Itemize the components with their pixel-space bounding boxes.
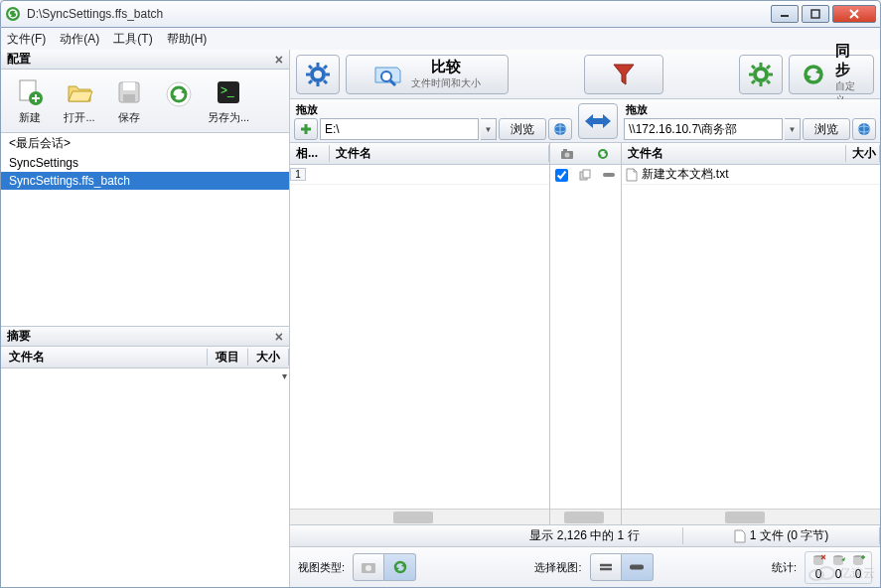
col-name-left[interactable]: 文件名	[330, 145, 549, 162]
saveas-label: 另存为...	[208, 110, 249, 125]
bottom-bar: 视图类型: 选择视图: 统计: 0 0 0	[290, 547, 880, 587]
right-grid-body[interactable]: 新建文本文档.txt	[622, 165, 881, 509]
left-grid-body[interactable]: 1	[290, 165, 549, 509]
sync-button[interactable]: 同步 自定义	[789, 55, 874, 94]
camera-icon[interactable]	[560, 148, 574, 160]
main-toolbar: 比较 文件时间和大小 同步 自定义	[290, 50, 880, 99]
left-row[interactable]: 1	[290, 165, 549, 185]
selectview-equal-button[interactable]	[590, 553, 622, 581]
menu-action[interactable]: 动作(A)	[60, 31, 99, 48]
right-scrollbar[interactable]	[622, 509, 881, 524]
gear-blue-icon	[304, 61, 332, 88]
config-item-syncsettings[interactable]: SyncSettings	[1, 154, 289, 172]
left-panel: 配置 × 新建 打开... 保存 >_ 另存为...	[1, 50, 290, 587]
right-path-dropdown[interactable]: ▼	[785, 118, 801, 140]
left-cloud-button[interactable]	[548, 118, 572, 140]
compare-button[interactable]: 比较 文件时间和大小	[346, 55, 509, 94]
row-checkbox[interactable]	[555, 169, 568, 182]
path-row: 拖放 ▼ 浏览 拖放 ▼ 浏览	[290, 99, 880, 143]
filter-button[interactable]	[584, 55, 663, 94]
stat-update: 0	[831, 554, 845, 581]
config-toolbar: 新建 打开... 保存 >_ 另存为...	[1, 70, 289, 133]
add-pair-button[interactable]	[294, 118, 318, 140]
mid-header	[550, 143, 621, 165]
right-panel: 比较 文件时间和大小 同步 自定义 拖放	[290, 50, 880, 587]
svg-rect-53	[630, 565, 644, 570]
svg-rect-2	[811, 10, 819, 18]
new-label: 新建	[19, 110, 41, 125]
svg-line-34	[752, 80, 755, 83]
svg-line-33	[767, 66, 770, 69]
selectview-diff-button[interactable]	[622, 553, 654, 581]
right-cloud-button[interactable]	[852, 118, 876, 140]
summary-col-name[interactable]: 文件名	[1, 349, 208, 366]
status-center: 显示 2,126 中的 1 行	[487, 527, 683, 544]
menu-file[interactable]: 文件(F)	[7, 31, 46, 48]
menu-help[interactable]: 帮助(H)	[167, 31, 208, 48]
right-grid-header: 文件名 大小	[622, 143, 881, 165]
config-item-last[interactable]: <最后会话>	[1, 133, 289, 154]
save-button[interactable]: 保存	[106, 73, 152, 130]
summary-dropdown-icon[interactable]: ▾	[282, 370, 287, 381]
stats-group: 0 0 0	[805, 551, 872, 584]
saveas-sync-button[interactable]	[156, 73, 202, 130]
minimize-button[interactable]	[771, 5, 799, 23]
svg-rect-11	[123, 94, 135, 102]
gear-green-icon	[747, 61, 775, 88]
config-item-batch[interactable]: SyncSettings.ffs_batch	[1, 172, 289, 190]
compare-settings-button[interactable]	[296, 55, 340, 94]
svg-rect-47	[583, 170, 590, 178]
svg-line-23	[309, 80, 312, 83]
left-path-panel: 拖放 ▼ 浏览	[290, 99, 576, 142]
file-icon	[626, 168, 638, 182]
summary-col-items[interactable]: 项目	[208, 349, 248, 366]
equal-icon	[599, 562, 613, 572]
config-list[interactable]: <最后会话> SyncSettings SyncSettings.ffs_bat…	[1, 133, 289, 326]
sync-label: 同步	[835, 42, 863, 79]
config-title: 配置	[7, 51, 31, 68]
magnifier-icon	[373, 62, 403, 87]
status-right: 1 文件 (0 字节)	[683, 527, 880, 544]
right-row[interactable]: 新建文本文档.txt	[622, 165, 881, 185]
right-browse-button[interactable]: 浏览	[803, 118, 850, 140]
left-scrollbar[interactable]	[290, 509, 549, 524]
title-bar: D:\SyncSettings.ffs_batch	[0, 0, 881, 28]
refresh-mid-icon[interactable]	[596, 147, 610, 161]
viewtype-action-button[interactable]	[384, 553, 416, 581]
svg-line-32	[767, 80, 770, 83]
grid-row: 相... 文件名 1	[290, 143, 880, 525]
selectview-toggle	[590, 553, 654, 581]
menu-tools[interactable]: 工具(T)	[113, 31, 152, 48]
new-button[interactable]: 新建	[7, 73, 53, 130]
summary-close-icon[interactable]: ×	[275, 329, 283, 345]
left-path-input[interactable]	[320, 118, 479, 140]
svg-line-22	[324, 66, 327, 69]
stat-create: 0	[851, 554, 865, 581]
action-icon	[603, 172, 615, 178]
selectview-label: 选择视图:	[534, 560, 581, 575]
summary-col-size[interactable]: 大小	[248, 349, 289, 366]
left-path-dropdown[interactable]: ▼	[481, 118, 497, 140]
compare-label: 比较	[431, 58, 461, 76]
close-button[interactable]	[832, 5, 876, 23]
viewtype-category-button[interactable]	[353, 553, 384, 581]
right-path-input[interactable]	[624, 118, 783, 140]
open-button[interactable]: 打开...	[57, 73, 102, 130]
col-size-right[interactable]: 大小	[846, 145, 880, 162]
maximize-button[interactable]	[802, 5, 829, 23]
svg-rect-45	[563, 149, 567, 152]
viewtype-label: 视图类型:	[298, 560, 345, 575]
svg-line-21	[324, 80, 327, 83]
camera-view-icon	[361, 560, 376, 574]
svg-line-20	[309, 66, 312, 69]
col-rel-left[interactable]: 相...	[290, 145, 330, 162]
left-browse-button[interactable]: 浏览	[499, 118, 546, 140]
mid-scrollbar[interactable]	[550, 509, 621, 524]
config-close-icon[interactable]: ×	[275, 52, 283, 68]
saveas-batch-button[interactable]: >_ 另存为...	[206, 73, 251, 130]
sync-settings-button[interactable]	[739, 55, 783, 94]
svg-point-44	[565, 152, 570, 157]
swap-button[interactable]	[578, 103, 618, 139]
mid-row[interactable]	[550, 165, 621, 185]
col-name-right[interactable]: 文件名	[622, 145, 847, 162]
